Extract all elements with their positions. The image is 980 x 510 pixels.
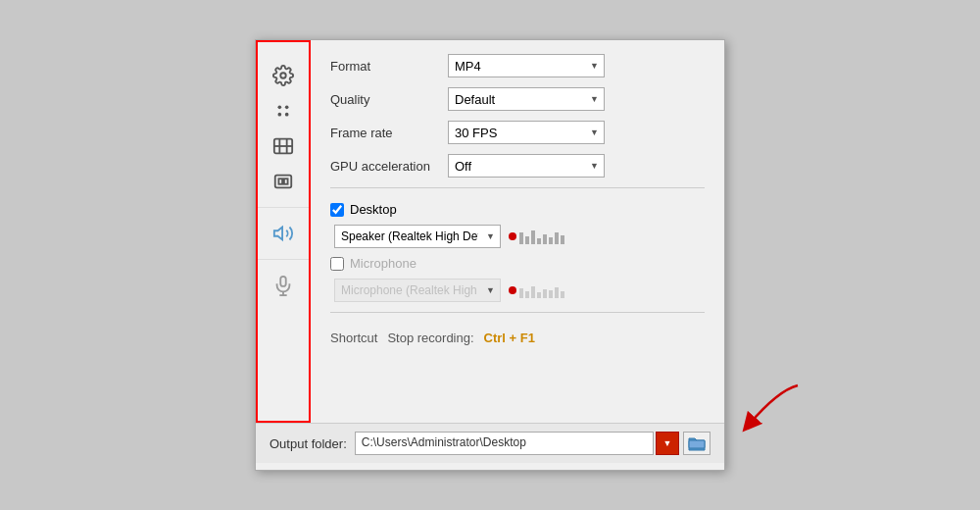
microphone-device-wrapper: Microphone (Realtek High ... [334, 279, 501, 302]
bar-4 [537, 238, 541, 244]
quality-label: Quality [330, 92, 448, 107]
shortcut-label: Shortcut [330, 331, 377, 345]
content-panel: Format MP4 AVI MOV Quality Default [311, 40, 724, 423]
quality-icon[interactable] [266, 93, 301, 128]
mic-bar-4 [537, 292, 541, 298]
bar-2 [525, 236, 529, 244]
mic-bar-6 [549, 290, 553, 298]
bar-1 [519, 232, 523, 244]
icon-panel [256, 40, 311, 423]
bar-7 [555, 232, 559, 244]
desktop-level-bars [519, 229, 564, 244]
svg-rect-13 [280, 277, 286, 286]
microphone-checkbox-row: Microphone [330, 256, 705, 271]
desktop-level-indicator [509, 229, 564, 244]
desktop-device-select[interactable]: Speaker (Realtek High Defi... [334, 225, 501, 248]
output-folder-label: Output folder: [270, 436, 347, 451]
video-icon[interactable] [266, 128, 301, 164]
gpu-icon[interactable] [266, 164, 301, 199]
annotation-arrow [719, 381, 808, 442]
gpu-row: GPU acceleration Off On [330, 154, 705, 178]
framerate-select-wrapper: 30 FPS 60 FPS 15 FPS [448, 121, 605, 144]
speaker-icon[interactable] [266, 216, 301, 251]
quality-row: Quality Default High Low [330, 87, 705, 111]
format-select-wrapper: MP4 AVI MOV [448, 54, 605, 77]
shortcut-section: Shortcut Stop recording: Ctrl + F1 [330, 323, 705, 353]
settings-dialog: Format MP4 AVI MOV Quality Default [255, 39, 725, 471]
path-dropdown-button[interactable]: ▼ [656, 432, 679, 455]
format-label: Format [330, 59, 448, 74]
microphone-icon[interactable] [266, 268, 301, 303]
bar-6 [549, 237, 553, 244]
bar-8 [561, 235, 564, 244]
mic-bar-2 [525, 291, 529, 298]
svg-rect-10 [278, 178, 282, 184]
microphone-level-dot [509, 286, 516, 294]
mic-bar-7 [555, 287, 559, 298]
svg-marker-12 [273, 228, 281, 240]
settings-icon-group [256, 50, 310, 208]
divider-2 [330, 312, 705, 313]
quality-select[interactable]: Default High Low [448, 87, 605, 111]
framerate-label: Frame rate [330, 126, 448, 140]
gpu-select[interactable]: Off On [448, 154, 605, 178]
svg-point-0 [280, 73, 286, 78]
format-select[interactable]: MP4 AVI MOV [448, 54, 605, 77]
dialog-footer: Output folder: C:\Users\Administrator\De… [256, 423, 724, 463]
settings-icon[interactable] [266, 58, 301, 93]
microphone-icon-group [256, 260, 310, 311]
quality-select-wrapper: Default High Low [448, 87, 605, 111]
desktop-device-wrapper: Speaker (Realtek High Defi... [334, 225, 501, 248]
microphone-checkbox[interactable] [330, 257, 344, 271]
mic-bar-3 [531, 286, 535, 298]
svg-point-4 [284, 113, 288, 117]
framerate-select[interactable]: 30 FPS 60 FPS 15 FPS [448, 121, 605, 144]
svg-rect-11 [283, 178, 287, 184]
svg-point-2 [284, 106, 288, 110]
gpu-label: GPU acceleration [330, 159, 448, 174]
desktop-device-row: Speaker (Realtek High Defi... [334, 225, 705, 248]
mic-bar-8 [561, 291, 564, 298]
browse-folder-button[interactable] [683, 432, 710, 455]
desktop-checkbox[interactable] [330, 203, 344, 217]
desktop-level-dot [509, 232, 516, 240]
svg-rect-16 [689, 440, 705, 448]
format-row: Format MP4 AVI MOV [330, 54, 705, 77]
microphone-device-select: Microphone (Realtek High ... [334, 279, 501, 302]
gpu-select-wrapper: Off On [448, 154, 605, 178]
microphone-level-indicator [509, 282, 564, 298]
stop-recording-label: Stop recording: [387, 331, 473, 345]
microphone-label: Microphone [350, 256, 416, 271]
mic-bar-1 [519, 288, 523, 298]
bar-3 [531, 230, 535, 244]
shortcut-key: Ctrl + F1 [484, 331, 535, 345]
folder-icon [688, 435, 706, 451]
svg-point-1 [277, 106, 281, 110]
divider-1 [330, 187, 705, 188]
audio-section: Desktop Speaker (Realtek High Defi... [330, 198, 705, 302]
mic-bar-5 [543, 289, 547, 298]
microphone-device-row: Microphone (Realtek High ... [334, 279, 705, 302]
audio-icon-group [256, 208, 310, 260]
desktop-checkbox-row: Desktop [330, 202, 705, 217]
framerate-row: Frame rate 30 FPS 60 FPS 15 FPS [330, 121, 705, 144]
microphone-level-bars [519, 282, 564, 298]
dropdown-arrow-icon: ▼ [663, 438, 672, 448]
desktop-label: Desktop [350, 202, 397, 217]
output-path: C:\Users\Administrator\Desktop [355, 432, 654, 455]
bar-5 [543, 234, 547, 244]
svg-point-3 [277, 113, 281, 117]
